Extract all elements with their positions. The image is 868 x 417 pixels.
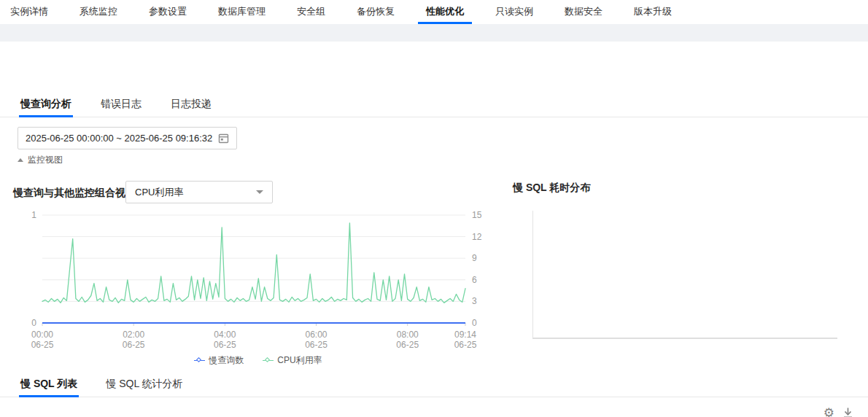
chevron-down-icon bbox=[256, 190, 263, 194]
nav-tab-security-group[interactable]: 安全组 bbox=[289, 0, 333, 24]
svg-text:06-25: 06-25 bbox=[396, 340, 419, 350]
svg-text:06:00: 06:00 bbox=[306, 330, 328, 340]
legend-label: 慢查询数 bbox=[209, 354, 244, 367]
combo-chart-label: 慢查询与其他监控组合视图 bbox=[13, 187, 136, 200]
nav-tab-database-management[interactable]: 数据库管理 bbox=[210, 0, 274, 24]
legend-label: CPU利用率 bbox=[277, 354, 322, 367]
svg-text:6: 6 bbox=[472, 275, 477, 285]
legend-item[interactable]: 慢查询数 bbox=[194, 354, 244, 367]
tab-slow-sql-list[interactable]: 慢 SQL 列表 bbox=[20, 373, 77, 397]
top-nav: 实例详情 系统监控 参数设置 数据库管理 安全组 备份恢复 性能优化 只读实例 … bbox=[0, 0, 868, 24]
svg-text:12: 12 bbox=[472, 232, 482, 242]
page-background-strip bbox=[0, 24, 868, 42]
svg-text:02:00: 02:00 bbox=[123, 330, 144, 340]
monitor-view-label: 监控视图 bbox=[28, 154, 63, 166]
slow-sql-distribution-chart bbox=[532, 211, 837, 339]
svg-text:06-25: 06-25 bbox=[454, 340, 477, 350]
nav-tab-parameter-settings[interactable]: 参数设置 bbox=[141, 0, 195, 24]
nav-tab-readonly-instance[interactable]: 只读实例 bbox=[487, 0, 541, 24]
svg-text:15: 15 bbox=[472, 210, 482, 220]
legend-item[interactable]: CPU利用率 bbox=[263, 354, 322, 367]
log-tabs: 慢查询分析 错误日志 日志投递 bbox=[0, 93, 868, 117]
svg-text:08:00: 08:00 bbox=[397, 330, 419, 340]
svg-text:06-25: 06-25 bbox=[305, 340, 328, 350]
nav-tab-backup-restore[interactable]: 备份恢复 bbox=[349, 0, 403, 24]
nav-tab-performance-optimization[interactable]: 性能优化 bbox=[418, 0, 472, 24]
tab-slow-query-analysis[interactable]: 慢查询分析 bbox=[20, 93, 71, 117]
svg-text:00:00: 00:00 bbox=[31, 330, 53, 340]
tab-log-delivery[interactable]: 日志投递 bbox=[171, 93, 212, 117]
tab-error-log[interactable]: 错误日志 bbox=[101, 93, 142, 117]
metric-select-value: CPU利用率 bbox=[135, 186, 256, 199]
dist-chart-title: 慢 SQL 耗时分布 bbox=[513, 182, 590, 195]
monitor-view-toggle[interactable]: 监控视图 bbox=[18, 154, 63, 166]
nav-tab-system-monitor[interactable]: 系统监控 bbox=[71, 0, 125, 24]
combo-line-chart[interactable]: 036912150100:0006-2502:0006-2504:0006-25… bbox=[18, 208, 499, 351]
svg-text:06-25: 06-25 bbox=[123, 340, 145, 350]
performance-content: 慢查询分析 错误日志 日志投递 2025-06-25 00:00:00 ~ 20… bbox=[0, 42, 868, 417]
svg-text:9: 9 bbox=[472, 253, 477, 263]
svg-text:06-25: 06-25 bbox=[31, 340, 54, 350]
collapse-arrow-icon bbox=[18, 158, 23, 162]
slow-sql-tabs: 慢 SQL 列表 慢 SQL 统计分析 bbox=[0, 373, 868, 397]
svg-text:09:14: 09:14 bbox=[454, 330, 476, 340]
svg-text:06-25: 06-25 bbox=[214, 340, 236, 350]
nav-tab-instance-details[interactable]: 实例详情 bbox=[2, 0, 56, 24]
gear-icon[interactable]: ⚙ bbox=[824, 405, 834, 417]
date-range-value: 2025-06-25 00:00:00 ~ 2025-06-25 09:16:3… bbox=[26, 133, 218, 144]
svg-text:1: 1 bbox=[31, 210, 36, 220]
nav-tab-data-security[interactable]: 数据安全 bbox=[557, 0, 611, 24]
console-screen: 实例详情 系统监控 参数设置 数据库管理 安全组 备份恢复 性能优化 只读实例 … bbox=[0, 0, 868, 417]
legend-marker-icon bbox=[194, 357, 205, 364]
calendar-icon bbox=[218, 133, 229, 144]
nav-tab-version-upgrade[interactable]: 版本升级 bbox=[626, 0, 680, 24]
date-range-picker[interactable]: 2025-06-25 00:00:00 ~ 2025-06-25 09:16:3… bbox=[18, 127, 237, 149]
svg-text:04:00: 04:00 bbox=[214, 330, 236, 340]
chart-legend: 慢查询数CPU利用率 bbox=[18, 354, 499, 367]
metric-select[interactable]: CPU利用率 bbox=[125, 181, 273, 203]
download-icon[interactable] bbox=[842, 407, 853, 417]
svg-text:3: 3 bbox=[472, 296, 477, 306]
tab-slow-sql-stats[interactable]: 慢 SQL 统计分析 bbox=[106, 373, 182, 397]
table-toolbar: ⚙ bbox=[824, 405, 853, 417]
svg-text:0: 0 bbox=[31, 318, 36, 328]
svg-text:0: 0 bbox=[472, 318, 477, 328]
legend-marker-icon bbox=[263, 357, 274, 364]
